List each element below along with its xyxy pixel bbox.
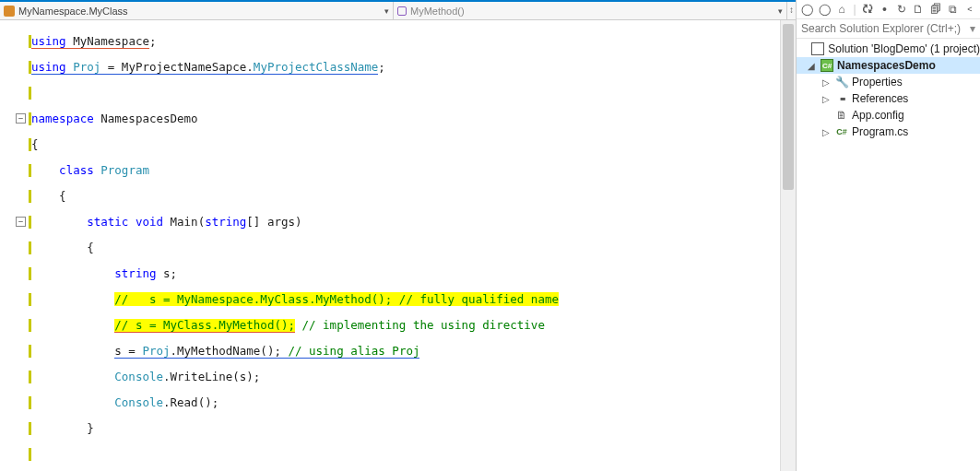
navbar-class-dropdown[interactable]: MyNamespace.MyClass ▾ <box>0 2 394 19</box>
nav-back-icon[interactable]: ◯ <box>801 3 813 16</box>
preview-icon[interactable]: ⧉ <box>947 3 958 16</box>
navbar-member-dropdown[interactable]: MyMethod() ▾ <box>394 2 786 19</box>
tree-label: Solution 'BlogDemo' (1 project) <box>828 42 980 55</box>
tree-label: References <box>852 92 908 105</box>
chevron-down-icon: ▾ <box>384 6 389 16</box>
tree-references-node[interactable]: ▷ ▪▪ References <box>797 90 980 107</box>
navbar-class-label: MyNamespace.MyClass <box>18 6 128 17</box>
collapse-right-icon[interactable]: • <box>879 3 890 16</box>
expand-toggle-icon[interactable]: ▷ <box>821 94 832 104</box>
fold-toggle[interactable]: − <box>16 113 26 124</box>
nav-forward-icon[interactable]: ◯ <box>819 3 831 16</box>
code-viewport[interactable]: using MyNamespace; using Proj = MyProjec… <box>0 20 796 471</box>
split-view-handle[interactable]: ↕ <box>786 2 796 19</box>
solution-search-input[interactable] <box>801 22 970 35</box>
code-text[interactable]: using MyNamespace; using Proj = MyProjec… <box>31 20 780 471</box>
solution-tree: Solution 'BlogDemo' (1 project) ◢ C# Nam… <box>797 39 980 471</box>
wrench-icon: 🔧 <box>835 76 848 88</box>
expand-toggle-icon[interactable]: ▷ <box>821 77 832 88</box>
tree-label: Properties <box>852 76 903 88</box>
code-editor-pane: MyNamespace.MyClass ▾ MyMethod() ▾ ↕ usi… <box>0 0 796 471</box>
tree-appconfig-node[interactable]: 🗎 App.config <box>797 107 980 124</box>
solution-explorer-panel: ◯ ◯ ⌂ | 🗘 • ↻ 🗋 🗐 ⧉ < ▾ Solution 'BlogDe… <box>796 0 980 471</box>
breakpoint-margin[interactable] <box>0 20 13 471</box>
solution-toolbar: ◯ ◯ ⌂ | 🗘 • ↻ 🗋 🗐 ⧉ < <box>797 0 980 19</box>
references-icon: ▪▪ <box>835 92 848 105</box>
fold-toggle[interactable]: − <box>16 217 26 227</box>
config-file-icon: 🗎 <box>835 109 848 122</box>
sync-icon[interactable]: 🗘 <box>862 3 873 16</box>
csharp-file-icon: C# <box>835 125 848 138</box>
tree-project-node[interactable]: ◢ C# NamespacesDemo <box>797 57 980 74</box>
expand-toggle-icon[interactable]: ▷ <box>821 127 832 137</box>
method-icon <box>397 6 407 16</box>
refresh-icon[interactable]: ↻ <box>896 3 907 16</box>
csharp-project-icon: C# <box>821 59 833 72</box>
solution-search[interactable]: ▾ <box>797 19 980 39</box>
vertical-scrollbar[interactable] <box>780 20 796 471</box>
search-dropdown-icon[interactable]: ▾ <box>970 22 975 35</box>
editor-navbar: MyNamespace.MyClass ▾ MyMethod() ▾ ↕ <box>0 2 796 20</box>
properties-icon[interactable]: 🗐 <box>930 3 941 16</box>
chevron-down-icon: ▾ <box>778 6 783 16</box>
navbar-member-label: MyMethod() <box>410 6 465 17</box>
solution-icon <box>811 42 824 55</box>
show-all-files-icon[interactable]: 🗋 <box>913 3 924 16</box>
more-icon[interactable]: < <box>964 3 975 16</box>
tree-solution-node[interactable]: Solution 'BlogDemo' (1 project) <box>797 41 980 57</box>
tree-properties-node[interactable]: ▷ 🔧 Properties <box>797 74 980 90</box>
tree-label: NamespacesDemo <box>837 59 936 72</box>
expand-toggle-icon[interactable]: ◢ <box>806 61 817 71</box>
tree-label: Program.cs <box>852 125 908 138</box>
home-icon[interactable]: ⌂ <box>836 3 847 16</box>
tree-programcs-node[interactable]: ▷ C# Program.cs <box>797 124 980 140</box>
scrollbar-thumb[interactable] <box>783 24 794 190</box>
class-icon <box>4 6 15 17</box>
tree-label: App.config <box>852 109 904 122</box>
